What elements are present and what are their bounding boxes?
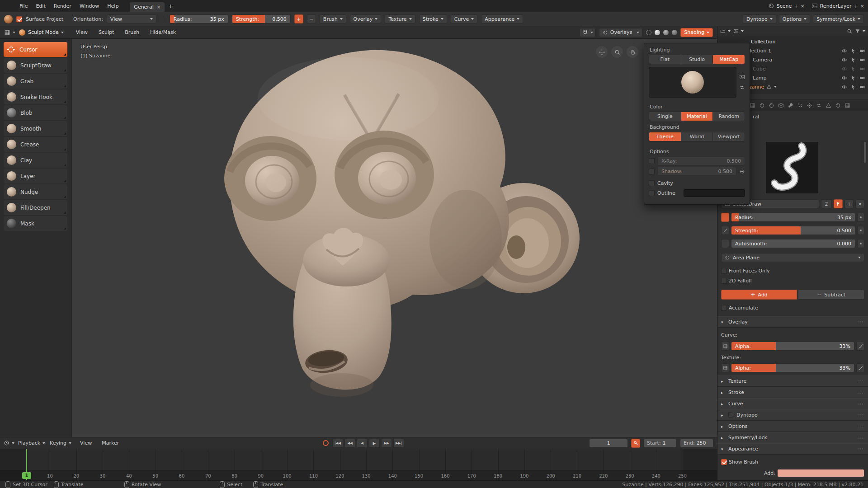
outline-color-swatch[interactable]	[684, 189, 745, 197]
tool-blob[interactable]: Blob	[4, 105, 67, 120]
blend-subtract-button[interactable]: −	[307, 14, 316, 23]
tab-view-layer-icon[interactable]	[750, 103, 755, 108]
add-color-swatch[interactable]	[777, 469, 864, 477]
falloff-2d-checkbox[interactable]	[721, 278, 727, 284]
timeline-ruler[interactable]: 1020304050607080901001101201301401501601…	[0, 449, 717, 480]
tool-mask[interactable]: Mask	[4, 216, 67, 231]
frame-start-field[interactable]: Start: 1	[643, 439, 677, 448]
jump-to-start-button[interactable]: |◀◀	[332, 439, 343, 448]
next-keyframe-button[interactable]: ▶▶	[381, 439, 392, 448]
playback-dropdown[interactable]: Playback	[18, 440, 45, 446]
shadow-slider[interactable]: Shadow: 0.500	[657, 167, 736, 176]
color-material-button[interactable]: Material	[681, 112, 713, 121]
tool-clay[interactable]: Clay	[4, 153, 67, 168]
tab-world-icon[interactable]	[769, 103, 774, 108]
tab-physics-icon[interactable]	[807, 103, 812, 108]
select-arrow-icon[interactable]	[850, 75, 856, 81]
matcap-preview[interactable]	[649, 67, 736, 98]
render-camera-icon[interactable]	[859, 48, 865, 54]
remove-view-layer-button[interactable]: ×	[860, 3, 864, 9]
3d-viewport[interactable]: User Persp (1) Suzanne Cursor SculptDraw…	[0, 39, 717, 437]
background-theme-button[interactable]: Theme	[649, 132, 681, 141]
brush-strength-slider[interactable]: Strength: 0.500	[731, 226, 855, 235]
shading-material-icon[interactable]	[663, 30, 669, 35]
shading-solid-icon[interactable]	[655, 30, 660, 35]
orientation-dropdown[interactable]: View	[107, 14, 156, 23]
background-world-button[interactable]: World	[681, 132, 713, 141]
section-options[interactable]: ▸ Options	[717, 421, 868, 432]
dyntopo-checkbox[interactable]	[728, 413, 733, 418]
xray-slider[interactable]: X-Ray: 0.500	[657, 156, 745, 165]
hide-mask-menu[interactable]: Hide/Mask	[145, 29, 181, 35]
radius-decorator-button[interactable]	[857, 213, 864, 222]
select-arrow-icon[interactable]	[850, 84, 856, 90]
fake-user-button[interactable]: F	[834, 199, 843, 208]
tool-smooth[interactable]: Smooth	[4, 121, 67, 136]
tab-material-icon[interactable]	[835, 103, 841, 108]
overlays-dropdown[interactable]: Overlays	[599, 28, 643, 37]
timeline-editor-icon[interactable]	[4, 440, 14, 446]
menu-window[interactable]: Window	[75, 3, 103, 9]
tool-layer[interactable]: Layer	[4, 169, 67, 183]
lighting-flat-button[interactable]: Flat	[649, 55, 681, 64]
frame-end-field[interactable]: End: 250	[680, 439, 713, 448]
snap-dropdown[interactable]	[580, 28, 596, 37]
section-texture[interactable]: ▸ Texture	[717, 375, 868, 387]
workspace-tab-general[interactable]: General ×	[130, 2, 165, 12]
shading-wireframe-icon[interactable]	[646, 30, 651, 35]
tab-particles-icon[interactable]	[797, 103, 803, 108]
show-brush-checkbox[interactable]	[721, 459, 727, 465]
tab-object-icon[interactable]	[778, 103, 784, 108]
keying-dropdown[interactable]: Keying	[50, 440, 71, 446]
brush-radius-slider[interactable]: Radius: 35 px	[731, 213, 855, 222]
eye-icon[interactable]	[841, 66, 847, 72]
timeline-strip[interactable]	[0, 470, 717, 480]
pan-view-gizmo[interactable]	[627, 46, 638, 58]
eye-icon[interactable]	[841, 84, 847, 90]
select-arrow-icon[interactable]	[850, 66, 856, 72]
tab-texture-icon[interactable]	[844, 103, 850, 108]
shadow-settings-gear-icon[interactable]	[739, 169, 745, 174]
direction-subtract-button[interactable]: −Subtract	[798, 290, 864, 300]
view-layer-name[interactable]: RenderLayer	[820, 3, 852, 9]
tab-modifiers-icon[interactable]	[788, 103, 793, 108]
color-random-button[interactable]: Random	[713, 112, 745, 121]
tool-grab[interactable]: Grab	[4, 74, 67, 89]
autosmooth-pressure-button[interactable]	[721, 239, 729, 248]
section-dyntopo[interactable]: ▸ Dyntopo	[717, 409, 868, 421]
radius-slider[interactable]: Radius: 35 px	[170, 14, 228, 23]
strength-decorator-button[interactable]	[857, 226, 864, 235]
play-reverse-button[interactable]: ◀	[357, 439, 368, 448]
render-camera-icon[interactable]	[859, 57, 865, 63]
menu-help[interactable]: Help	[103, 3, 123, 9]
shading-dropdown[interactable]: Shading	[680, 28, 713, 37]
curve-panel-dropdown[interactable]: Curve	[451, 14, 477, 23]
unlink-scene-button[interactable]: ×	[801, 3, 805, 9]
unlink-brush-button[interactable]: ×	[855, 199, 864, 208]
overlay-panel-dropdown[interactable]: Overlay	[350, 14, 382, 23]
timeline-marker-menu[interactable]: Marker	[97, 440, 124, 446]
render-camera-icon[interactable]	[859, 84, 865, 90]
section-overlay[interactable]: ▾ Overlay	[717, 316, 868, 328]
brush-panel-dropdown[interactable]: Brush	[320, 14, 346, 23]
select-arrow-icon[interactable]	[850, 48, 856, 54]
section-appearance[interactable]: ▾ Appearance	[717, 443, 868, 455]
texture-alpha-slider[interactable]: Alpha: 33%	[731, 363, 854, 372]
menu-render[interactable]: Render	[50, 3, 75, 9]
tool-sculptdraw[interactable]: SculptDraw	[4, 58, 67, 73]
brush-texture-preview[interactable]	[766, 142, 818, 193]
filter-funnel-icon[interactable]	[855, 28, 865, 34]
tool-crease[interactable]: Crease	[4, 137, 67, 152]
curve-alpha-slider[interactable]: Alpha: 33%	[731, 342, 854, 351]
tab-constraints-icon[interactable]	[816, 103, 822, 108]
matcap-image-icon[interactable]	[739, 74, 745, 80]
lighting-matcap-button[interactable]: MatCap	[713, 55, 745, 64]
search-icon[interactable]	[847, 28, 852, 34]
add-workspace-button[interactable]: +	[168, 3, 173, 9]
select-arrow-icon[interactable]	[850, 57, 856, 63]
eye-icon[interactable]	[841, 57, 847, 63]
tool-snake-hook[interactable]: Snake Hook	[4, 89, 67, 104]
outliner-display-mode-icon[interactable]	[733, 28, 744, 34]
texture-overlay-toggle-button[interactable]	[721, 363, 729, 372]
sculpt-menu[interactable]: Sculpt	[94, 29, 119, 35]
